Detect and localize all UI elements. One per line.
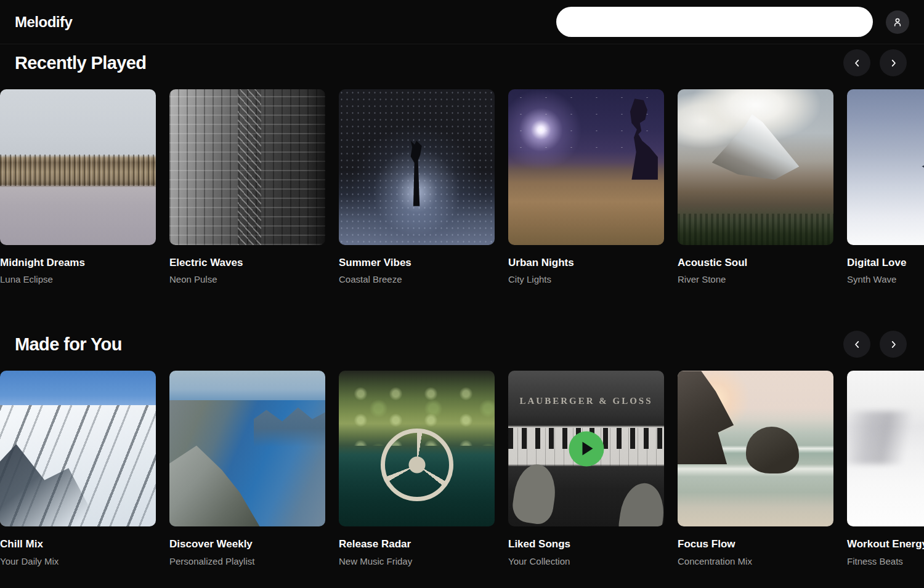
card-subtitle: Your Daily Mix <box>0 556 156 567</box>
card-title: Urban Nights <box>508 257 664 269</box>
card-subtitle: City Lights <box>508 274 664 285</box>
album-art <box>339 371 495 526</box>
section-title: Made for You <box>15 334 122 355</box>
playlist-card[interactable]: Focus Flow Concentration Mix <box>678 371 833 566</box>
card-title: Acoustic Soul <box>678 257 833 269</box>
chevron-right-icon <box>888 339 899 350</box>
carousel-prev-button[interactable] <box>843 49 870 76</box>
carousel-next-button[interactable] <box>880 49 907 76</box>
card-subtitle: Luna Eclipse <box>0 274 156 285</box>
section-title: Recently Played <box>15 53 146 73</box>
play-button[interactable] <box>569 431 604 466</box>
card-subtitle: New Music Friday <box>339 556 495 567</box>
chevron-left-icon <box>852 58 862 68</box>
search-input[interactable] <box>556 7 873 37</box>
album-art-text: LAUBERGER & GLOSS <box>508 396 664 406</box>
section-header: Made for You <box>0 326 924 358</box>
album-art: LAUBERGER & GLOSS <box>508 371 664 526</box>
app-header: Melodify <box>0 0 924 44</box>
card-subtitle: Synth Wave <box>847 274 924 285</box>
playlist-card[interactable]: Summer Vibes Coastal Breeze <box>339 89 495 285</box>
play-icon <box>583 442 593 456</box>
album-art <box>508 89 664 245</box>
playlist-card[interactable]: Urban Nights City Lights <box>508 89 664 285</box>
album-art <box>169 371 325 526</box>
card-subtitle: Your Collection <box>508 556 664 567</box>
album-art <box>678 89 833 245</box>
playlist-card[interactable]: Midnight Dreams Luna Eclipse <box>0 89 156 285</box>
section-header: Recently Played <box>0 44 924 76</box>
chevron-left-icon <box>852 339 862 350</box>
card-subtitle: Fitness Beats <box>847 556 924 567</box>
album-art <box>678 371 833 526</box>
card-subtitle: River Stone <box>678 274 833 285</box>
card-row: Chill Mix Your Daily Mix Discover Weekly… <box>0 371 924 566</box>
card-title: Digital Love <box>847 257 924 269</box>
card-title: Midnight Dreams <box>0 257 156 269</box>
playlist-section-recently-played: Recently Played Midnight Dreams Luna Ecl… <box>0 44 924 285</box>
carousel-next-button[interactable] <box>880 331 907 358</box>
card-subtitle: Coastal Breeze <box>339 274 495 285</box>
card-title: Focus Flow <box>678 538 833 550</box>
chevron-right-icon <box>888 58 899 68</box>
album-art <box>847 89 924 245</box>
album-art <box>847 371 924 526</box>
album-art <box>169 89 325 245</box>
playlist-card[interactable]: Release Radar New Music Friday <box>339 371 495 566</box>
album-art <box>0 371 156 526</box>
album-art <box>0 89 156 245</box>
user-icon <box>891 16 904 28</box>
playlist-card[interactable]: Electric Waves Neon Pulse <box>169 89 325 285</box>
playlist-card[interactable]: Discover Weekly Personalized Playlist <box>169 371 325 566</box>
card-title: Workout Energy <box>847 538 924 550</box>
card-title: Release Radar <box>339 538 495 550</box>
card-title: Summer Vibes <box>339 257 495 269</box>
card-subtitle: Concentration Mix <box>678 556 833 567</box>
card-title: Liked Songs <box>508 538 664 550</box>
card-subtitle: Neon Pulse <box>169 274 325 285</box>
playlist-card[interactable]: Workout Energy Fitness Beats <box>847 371 924 566</box>
card-title: Discover Weekly <box>169 538 325 550</box>
app-logo[interactable]: Melodify <box>15 14 72 31</box>
album-art <box>339 89 495 245</box>
playlist-card[interactable]: Chill Mix Your Daily Mix <box>0 371 156 566</box>
carousel-nav <box>843 49 907 76</box>
carousel-prev-button[interactable] <box>843 331 870 358</box>
header-right <box>72 7 909 37</box>
card-row: Midnight Dreams Luna Eclipse Electric Wa… <box>0 89 924 285</box>
main-content: Recently Played Midnight Dreams Luna Ecl… <box>0 44 924 567</box>
playlist-card[interactable]: LAUBERGER & GLOSS Liked Songs Your Colle… <box>508 371 664 566</box>
playlist-section-made-for-you: Made for You Chill Mix Your Daily Mix <box>0 326 924 566</box>
profile-button[interactable] <box>886 10 909 34</box>
card-title: Electric Waves <box>169 257 325 269</box>
card-subtitle: Personalized Playlist <box>169 556 325 567</box>
playlist-card[interactable]: Digital Love Synth Wave <box>847 89 924 285</box>
carousel-nav <box>843 331 907 358</box>
playlist-card[interactable]: Acoustic Soul River Stone <box>678 89 833 285</box>
card-title: Chill Mix <box>0 538 156 550</box>
